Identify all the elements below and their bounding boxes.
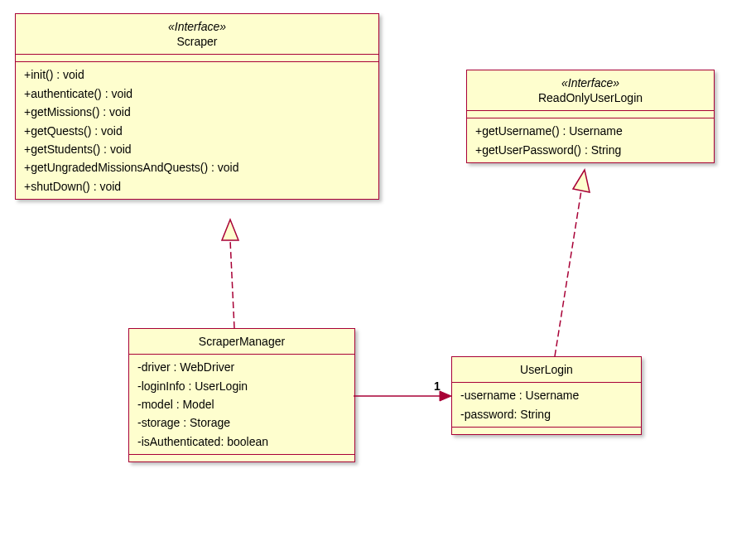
userlogin-header: UserLogin xyxy=(452,357,641,383)
realization-arrowhead xyxy=(222,220,238,240)
attribute-row: -model : Model xyxy=(137,395,346,413)
method-row: +getQuests() : void xyxy=(24,122,370,140)
class-readonlyuserlogin: «Interface» ReadOnlyUserLogin +getUserna… xyxy=(466,70,715,163)
scrapermanager-name: ScraperManager xyxy=(137,334,346,349)
method-row: +authenticate() : void xyxy=(24,85,370,103)
scraper-header: «Interface» Scraper xyxy=(16,14,378,55)
userlogin-name: UserLogin xyxy=(460,362,633,377)
scrapermanager-methods xyxy=(129,455,354,461)
scraper-attributes xyxy=(16,55,378,62)
method-row: +init() : void xyxy=(24,65,370,84)
method-row: +getMissions() : void xyxy=(24,103,370,121)
readonlyuserlogin-name: ReadOnlyUserLogin xyxy=(475,90,705,105)
realization-line xyxy=(230,240,234,328)
method-row: +getStudents() : void xyxy=(24,140,370,158)
method-row: +getUserPassword() : String xyxy=(475,141,705,159)
attribute-row: -loginInfo : UserLogin xyxy=(137,377,346,395)
attribute-row: -password: String xyxy=(460,405,633,423)
scraper-methods: +init() : void +authenticate() : void +g… xyxy=(16,62,378,199)
userlogin-methods xyxy=(452,428,641,434)
scraper-stereotype: «Interface» xyxy=(24,19,370,34)
realization-line xyxy=(555,191,581,356)
scrapermanager-header: ScraperManager xyxy=(129,329,354,355)
readonlyuserlogin-attributes xyxy=(467,111,714,118)
class-scrapermanager: ScraperManager -driver : WebDriver -logi… xyxy=(128,328,355,462)
method-row: +getUngradedMissionsAndQuests() : void xyxy=(24,158,370,176)
method-row: +getUsername() : Username xyxy=(475,122,705,140)
realization-arrowhead xyxy=(573,170,590,192)
readonlyuserlogin-header: «Interface» ReadOnlyUserLogin xyxy=(467,70,714,111)
readonlyuserlogin-stereotype: «Interface» xyxy=(475,75,705,90)
association-arrowhead xyxy=(440,391,451,401)
scraper-name: Scraper xyxy=(24,34,370,49)
attribute-row: -storage : Storage xyxy=(137,413,346,432)
attribute-row: -username : Username xyxy=(460,386,633,404)
userlogin-attributes: -username : Username -password: String xyxy=(452,383,641,428)
scrapermanager-attributes: -driver : WebDriver -loginInfo : UserLog… xyxy=(129,355,354,455)
attribute-row: -isAuthenticated: boolean xyxy=(137,432,346,451)
class-scraper: «Interface» Scraper +init() : void +auth… xyxy=(15,13,379,200)
association-multiplicity: 1 xyxy=(434,379,441,393)
attribute-row: -driver : WebDriver xyxy=(137,358,346,376)
method-row: +shutDown() : void xyxy=(24,177,370,196)
readonlyuserlogin-methods: +getUsername() : Username +getUserPasswo… xyxy=(467,118,714,162)
class-userlogin: UserLogin -username : Username -password… xyxy=(451,356,642,435)
